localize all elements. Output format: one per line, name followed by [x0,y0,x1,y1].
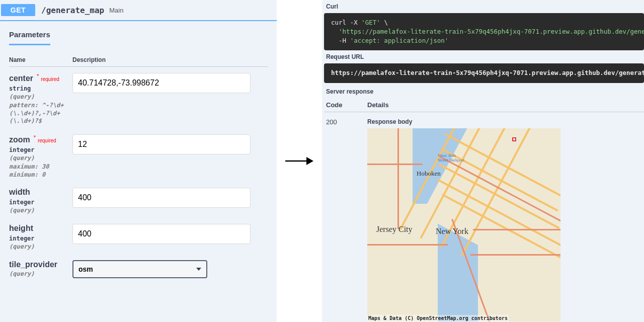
operation-path: /generate_map [41,6,104,15]
param-name: zoom [9,135,30,144]
tile-provider-select[interactable]: osm [72,260,207,278]
tile-provider-select-wrap: osm [72,260,207,278]
curl-label: Curl [324,0,644,13]
parameters-table: Name Description center * required strin… [0,45,277,281]
parameters-panel: GET /generate_map Main Parameters Name D… [0,0,277,322]
svg-marker-1 [306,157,313,165]
response-map-image: Hoboken West 30thStreet Heliport Jersey … [367,128,560,321]
param-type: integer [9,199,72,206]
curl-command[interactable]: curl -X 'GET' \ 'https://pamelafox-liter… [324,13,644,50]
param-name: center [9,74,33,83]
map-label-heliport: West 30thStreet Heliport [438,153,464,164]
required-star-icon: * [35,73,39,79]
param-row-center: center * required string (query) pattern… [9,67,268,128]
map-attribution: Maps & Data (C) OpenStreetMap.org contri… [367,315,509,321]
param-in: (query) [9,93,72,101]
map-label-new-york: New York [436,227,468,236]
arrow-divider [277,0,322,322]
server-response-label: Server response [324,83,644,97]
col-description: Description [72,56,268,63]
required-label: required [38,138,56,143]
param-in: (query) [9,270,72,278]
arrow-icon [285,156,313,166]
required-star-icon: * [32,134,36,140]
param-name: tile_provider [9,260,57,269]
request-url-value[interactable]: https://pamelafox-literate-train-5x79q45… [324,63,644,83]
zoom-input[interactable] [72,134,251,154]
param-name: height [9,224,33,232]
param-row-zoom: zoom * required integer (query) maximum:… [9,128,268,182]
required-label: required [41,76,59,82]
request-url-label: Request URL [324,50,644,63]
response-body-label: Response body [367,118,644,125]
map-label-hoboken: Hoboken [417,170,441,178]
param-type: string [9,85,72,92]
param-row-height: height integer (query) [9,218,268,254]
tab-parameters[interactable]: Parameters [9,30,50,45]
map-label-jersey-city: Jersey City [376,225,413,234]
operation-header[interactable]: GET /generate_map Main [0,0,277,21]
param-constraint: pattern: ^-?\d+(\.\d+)?,-?\d+(\.\d+)?$ [9,102,72,125]
param-in: (query) [9,154,72,163]
param-in: (query) [9,207,72,215]
param-in: (query) [9,243,72,251]
center-input[interactable] [72,73,251,93]
param-name: width [9,188,30,196]
width-input[interactable] [72,188,251,208]
param-type: integer [9,146,72,153]
param-constraint: maximum: 30minimum: 0 [9,163,72,179]
param-row-tile-provider: tile_provider (query) osm [9,254,268,281]
response-row: 200 Response body [324,116,644,321]
operation-tag: Main [109,7,123,14]
col-name: Name [9,56,72,63]
map-marker-icon [512,137,516,141]
param-row-width: width integer (query) [9,182,268,218]
status-code: 200 [326,118,367,321]
tabs-bar: Parameters [0,21,277,45]
parameters-table-header: Name Description [9,45,268,67]
col-code: Code [326,101,367,109]
response-table-header: Code Details [324,97,644,112]
col-details: Details [367,101,389,109]
response-panel: Curl curl -X 'GET' \ 'https://pamelafox-… [322,0,644,322]
http-method-badge: GET [1,4,35,16]
param-type: integer [9,235,72,242]
height-input[interactable] [72,224,251,244]
